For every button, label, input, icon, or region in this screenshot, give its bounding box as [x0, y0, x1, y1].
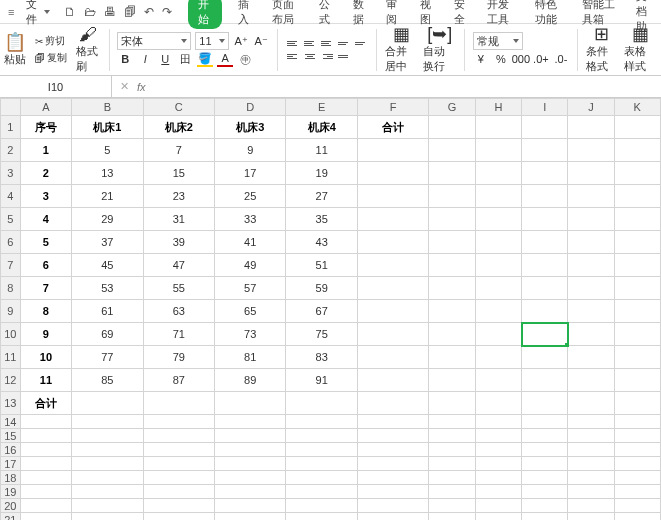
spreadsheet-grid[interactable]: A B C D E F G H I J K 1 序号 机床1 机床2 机床3 机…	[0, 98, 661, 520]
cell[interactable]: 89	[215, 369, 286, 392]
cell[interactable]	[215, 443, 286, 457]
cell[interactable]	[568, 485, 614, 499]
cell[interactable]: 47	[143, 254, 214, 277]
cell[interactable]	[286, 485, 357, 499]
row-header-6[interactable]: 6	[1, 231, 21, 254]
col-header-E[interactable]: E	[286, 99, 357, 116]
justify[interactable]	[337, 50, 351, 62]
cell[interactable]	[568, 208, 614, 231]
align-right[interactable]	[320, 50, 334, 62]
cell[interactable]	[522, 499, 568, 513]
cell[interactable]	[522, 231, 568, 254]
cell[interactable]	[522, 208, 568, 231]
cell[interactable]: 63	[143, 300, 214, 323]
cell[interactable]	[522, 139, 568, 162]
cell[interactable]	[475, 185, 521, 208]
cell[interactable]: 37	[72, 231, 143, 254]
cell[interactable]	[215, 429, 286, 443]
cell[interactable]	[357, 499, 428, 513]
percent-button[interactable]: %	[493, 51, 509, 67]
bold-button[interactable]: B	[117, 51, 133, 67]
cell[interactable]	[568, 277, 614, 300]
cell[interactable]	[475, 443, 521, 457]
row-header-19[interactable]: 19	[1, 485, 21, 499]
menu-icon[interactable]: ≡	[4, 6, 18, 18]
cell[interactable]	[522, 485, 568, 499]
cell[interactable]	[429, 346, 475, 369]
cell[interactable]	[143, 415, 214, 429]
col-header-G[interactable]: G	[429, 99, 475, 116]
cut-button[interactable]: ✂ 剪切	[32, 33, 70, 49]
cell[interactable]: 85	[72, 369, 143, 392]
cell[interactable]	[614, 208, 660, 231]
cell[interactable]	[286, 443, 357, 457]
row-header-12[interactable]: 12	[1, 369, 21, 392]
save-icon[interactable]: 🖶	[104, 5, 116, 19]
open-icon[interactable]: 🗁	[84, 5, 96, 19]
cell[interactable]	[72, 513, 143, 521]
cell[interactable]	[429, 162, 475, 185]
cell[interactable]	[522, 471, 568, 485]
row-header-9[interactable]: 9	[1, 300, 21, 323]
cell[interactable]	[286, 513, 357, 521]
cell[interactable]: 65	[215, 300, 286, 323]
cell[interactable]	[522, 185, 568, 208]
cell[interactable]	[429, 429, 475, 443]
cell[interactable]: 7	[143, 139, 214, 162]
cell[interactable]: 合计	[20, 392, 71, 415]
cell[interactable]	[20, 429, 71, 443]
cell[interactable]: 71	[143, 323, 214, 346]
number-format-select[interactable]: 常规	[473, 32, 523, 50]
cell[interactable]: 7	[20, 277, 71, 300]
col-header-I[interactable]: I	[522, 99, 568, 116]
new-icon[interactable]: 🗋	[64, 5, 76, 19]
row-header-18[interactable]: 18	[1, 471, 21, 485]
cell[interactable]	[20, 443, 71, 457]
cell[interactable]	[568, 429, 614, 443]
cell[interactable]: 19	[286, 162, 357, 185]
cell[interactable]: 25	[215, 185, 286, 208]
table-style-button[interactable]: ▦ 表格样式	[624, 25, 657, 74]
cell[interactable]: 2	[20, 162, 71, 185]
cell[interactable]	[568, 185, 614, 208]
cell[interactable]	[357, 443, 428, 457]
tab-dev[interactable]: 开发工具	[483, 0, 518, 29]
cell[interactable]	[522, 443, 568, 457]
font-size-select[interactable]: 11	[195, 32, 229, 50]
col-header-B[interactable]: B	[72, 99, 143, 116]
cell[interactable]	[429, 471, 475, 485]
cell[interactable]	[522, 162, 568, 185]
cell[interactable]	[568, 369, 614, 392]
cell[interactable]	[20, 415, 71, 429]
tab-layout[interactable]: 页面布局	[268, 0, 303, 29]
row-header-13[interactable]: 13	[1, 392, 21, 415]
cell[interactable]: 33	[215, 208, 286, 231]
cell[interactable]	[357, 300, 428, 323]
row-header-10[interactable]: 10	[1, 323, 21, 346]
cell[interactable]	[614, 231, 660, 254]
format-painter-button[interactable]: 🖌 格式刷	[76, 25, 101, 74]
cell[interactable]: 11	[20, 369, 71, 392]
cell[interactable]	[357, 513, 428, 521]
cell[interactable]	[475, 116, 521, 139]
cell[interactable]	[215, 513, 286, 521]
preview-icon[interactable]: 🗐	[124, 5, 136, 19]
cell[interactable]: 45	[72, 254, 143, 277]
currency-button[interactable]: ¥	[473, 51, 489, 67]
cell[interactable]: 序号	[20, 116, 71, 139]
decrease-font-icon[interactable]: A⁻	[253, 33, 269, 49]
cell[interactable]	[614, 499, 660, 513]
cell[interactable]: 83	[286, 346, 357, 369]
cell[interactable]: 61	[72, 300, 143, 323]
cell[interactable]: 49	[215, 254, 286, 277]
row-header-11[interactable]: 11	[1, 346, 21, 369]
cell[interactable]	[522, 457, 568, 471]
cell[interactable]: 9	[20, 323, 71, 346]
cell[interactable]	[614, 300, 660, 323]
cell[interactable]	[72, 457, 143, 471]
cell[interactable]	[286, 457, 357, 471]
cell[interactable]: 5	[20, 231, 71, 254]
cell[interactable]	[429, 185, 475, 208]
cell[interactable]	[475, 346, 521, 369]
fill-color-button[interactable]: 🪣	[197, 51, 213, 67]
